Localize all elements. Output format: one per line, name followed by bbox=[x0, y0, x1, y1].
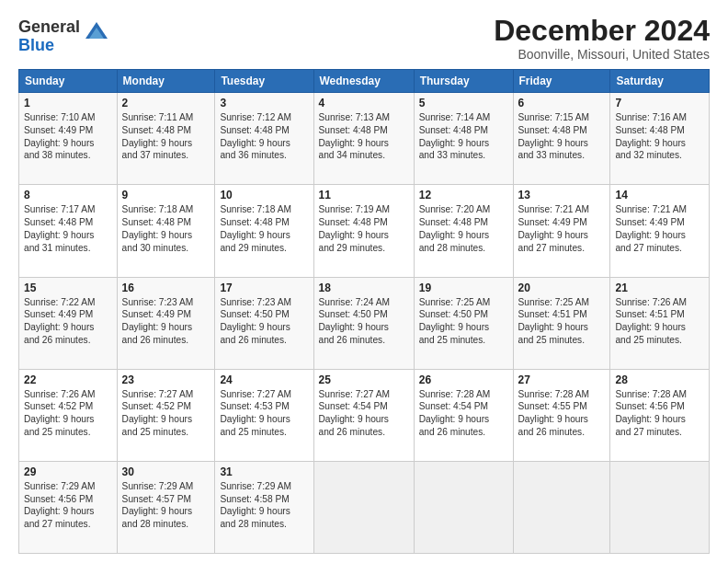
col-saturday: Saturday bbox=[610, 70, 710, 93]
day-number: 28 bbox=[615, 373, 704, 386]
day-number: 9 bbox=[122, 189, 210, 201]
col-thursday: Thursday bbox=[414, 70, 513, 93]
day-info: Sunrise: 7:26 AMSunset: 4:52 PMDaylight:… bbox=[24, 388, 112, 439]
table-row: 3Sunrise: 7:12 AMSunset: 4:48 PMDaylight… bbox=[215, 93, 313, 185]
day-number: 8 bbox=[24, 189, 112, 201]
day-info: Sunrise: 7:12 AMSunset: 4:48 PMDaylight:… bbox=[220, 111, 308, 162]
day-info: Sunrise: 7:10 AMSunset: 4:49 PMDaylight:… bbox=[24, 111, 112, 162]
table-row: 11Sunrise: 7:19 AMSunset: 4:48 PMDayligh… bbox=[313, 185, 414, 277]
calendar-week-3: 15Sunrise: 7:22 AMSunset: 4:49 PMDayligh… bbox=[19, 277, 710, 369]
table-row: 15Sunrise: 7:22 AMSunset: 4:49 PMDayligh… bbox=[19, 277, 118, 369]
day-info: Sunrise: 7:25 AMSunset: 4:50 PMDaylight:… bbox=[419, 296, 508, 347]
day-info: Sunrise: 7:19 AMSunset: 4:48 PMDaylight:… bbox=[319, 203, 409, 254]
day-number: 26 bbox=[419, 373, 508, 386]
logo-general: General bbox=[18, 18, 80, 37]
day-number: 14 bbox=[615, 189, 704, 201]
logo: General Blue bbox=[18, 18, 109, 55]
day-info: Sunrise: 7:29 AMSunset: 4:58 PMDaylight:… bbox=[220, 480, 308, 531]
table-row: 20Sunrise: 7:25 AMSunset: 4:51 PMDayligh… bbox=[513, 277, 610, 369]
day-info: Sunrise: 7:14 AMSunset: 4:48 PMDaylight:… bbox=[419, 111, 508, 162]
day-info: Sunrise: 7:24 AMSunset: 4:50 PMDaylight:… bbox=[319, 296, 409, 347]
logo-blue: Blue bbox=[18, 37, 80, 55]
day-number: 6 bbox=[518, 97, 606, 109]
table-row: 1Sunrise: 7:10 AMSunset: 4:49 PMDaylight… bbox=[19, 93, 118, 185]
table-row: 23Sunrise: 7:27 AMSunset: 4:52 PMDayligh… bbox=[117, 369, 215, 461]
col-friday: Friday bbox=[513, 70, 610, 93]
day-info: Sunrise: 7:21 AMSunset: 4:49 PMDaylight:… bbox=[615, 203, 704, 254]
day-number: 22 bbox=[24, 373, 112, 386]
day-number: 31 bbox=[220, 465, 308, 478]
day-info: Sunrise: 7:28 AMSunset: 4:54 PMDaylight:… bbox=[419, 388, 508, 439]
table-row bbox=[513, 461, 610, 553]
day-number: 21 bbox=[615, 282, 704, 294]
day-info: Sunrise: 7:29 AMSunset: 4:57 PMDaylight:… bbox=[122, 480, 210, 531]
table-row bbox=[313, 461, 414, 553]
calendar-table: Sunday Monday Tuesday Wednesday Thursday… bbox=[18, 69, 710, 554]
table-row: 4Sunrise: 7:13 AMSunset: 4:48 PMDaylight… bbox=[313, 93, 414, 185]
day-info: Sunrise: 7:13 AMSunset: 4:48 PMDaylight:… bbox=[319, 111, 409, 162]
day-number: 30 bbox=[122, 465, 210, 478]
col-monday: Monday bbox=[117, 70, 215, 93]
table-row: 7Sunrise: 7:16 AMSunset: 4:48 PMDaylight… bbox=[610, 93, 710, 185]
table-row: 31Sunrise: 7:29 AMSunset: 4:58 PMDayligh… bbox=[215, 461, 313, 553]
calendar-week-5: 29Sunrise: 7:29 AMSunset: 4:56 PMDayligh… bbox=[19, 461, 710, 553]
table-row: 13Sunrise: 7:21 AMSunset: 4:49 PMDayligh… bbox=[513, 185, 610, 277]
day-number: 23 bbox=[122, 373, 210, 386]
table-row: 22Sunrise: 7:26 AMSunset: 4:52 PMDayligh… bbox=[19, 369, 118, 461]
table-row: 26Sunrise: 7:28 AMSunset: 4:54 PMDayligh… bbox=[414, 369, 513, 461]
day-number: 3 bbox=[220, 97, 308, 109]
table-row: 14Sunrise: 7:21 AMSunset: 4:49 PMDayligh… bbox=[610, 185, 710, 277]
col-wednesday: Wednesday bbox=[313, 70, 414, 93]
day-number: 17 bbox=[220, 282, 308, 294]
calendar-week-1: 1Sunrise: 7:10 AMSunset: 4:49 PMDaylight… bbox=[19, 93, 710, 185]
table-row: 19Sunrise: 7:25 AMSunset: 4:50 PMDayligh… bbox=[414, 277, 513, 369]
table-row: 16Sunrise: 7:23 AMSunset: 4:49 PMDayligh… bbox=[117, 277, 215, 369]
day-number: 13 bbox=[518, 189, 606, 201]
table-row: 10Sunrise: 7:18 AMSunset: 4:48 PMDayligh… bbox=[215, 185, 313, 277]
title-block: December 2024 Boonville, Missouri, Unite… bbox=[494, 15, 710, 62]
table-row: 12Sunrise: 7:20 AMSunset: 4:48 PMDayligh… bbox=[414, 185, 513, 277]
day-number: 20 bbox=[518, 282, 606, 294]
day-info: Sunrise: 7:18 AMSunset: 4:48 PMDaylight:… bbox=[220, 203, 308, 254]
main-title: December 2024 bbox=[494, 15, 710, 47]
table-row: 27Sunrise: 7:28 AMSunset: 4:55 PMDayligh… bbox=[513, 369, 610, 461]
header: General Blue December 2024 Boonville, Mi… bbox=[18, 15, 710, 62]
day-number: 25 bbox=[319, 373, 409, 386]
logo-text: General Blue bbox=[18, 18, 80, 55]
day-info: Sunrise: 7:26 AMSunset: 4:51 PMDaylight:… bbox=[615, 296, 704, 347]
day-info: Sunrise: 7:22 AMSunset: 4:49 PMDaylight:… bbox=[24, 296, 112, 347]
day-info: Sunrise: 7:17 AMSunset: 4:48 PMDaylight:… bbox=[24, 203, 112, 254]
calendar-week-4: 22Sunrise: 7:26 AMSunset: 4:52 PMDayligh… bbox=[19, 369, 710, 461]
table-row: 28Sunrise: 7:28 AMSunset: 4:56 PMDayligh… bbox=[610, 369, 710, 461]
day-number: 19 bbox=[419, 282, 508, 294]
table-row: 24Sunrise: 7:27 AMSunset: 4:53 PMDayligh… bbox=[215, 369, 313, 461]
day-number: 15 bbox=[24, 282, 112, 294]
logo-icon bbox=[84, 20, 109, 46]
day-number: 7 bbox=[615, 97, 704, 109]
day-info: Sunrise: 7:28 AMSunset: 4:55 PMDaylight:… bbox=[518, 388, 606, 439]
day-info: Sunrise: 7:18 AMSunset: 4:48 PMDaylight:… bbox=[122, 203, 210, 254]
day-info: Sunrise: 7:15 AMSunset: 4:48 PMDaylight:… bbox=[518, 111, 606, 162]
day-number: 27 bbox=[518, 373, 606, 386]
table-row bbox=[414, 461, 513, 553]
day-info: Sunrise: 7:21 AMSunset: 4:49 PMDaylight:… bbox=[518, 203, 606, 254]
table-row: 30Sunrise: 7:29 AMSunset: 4:57 PMDayligh… bbox=[117, 461, 215, 553]
day-number: 12 bbox=[419, 189, 508, 201]
day-info: Sunrise: 7:20 AMSunset: 4:48 PMDaylight:… bbox=[419, 203, 508, 254]
subtitle: Boonville, Missouri, United States bbox=[494, 47, 710, 62]
day-info: Sunrise: 7:27 AMSunset: 4:54 PMDaylight:… bbox=[319, 388, 409, 439]
table-row: 8Sunrise: 7:17 AMSunset: 4:48 PMDaylight… bbox=[19, 185, 118, 277]
day-number: 2 bbox=[122, 97, 210, 109]
table-row: 5Sunrise: 7:14 AMSunset: 4:48 PMDaylight… bbox=[414, 93, 513, 185]
table-row: 25Sunrise: 7:27 AMSunset: 4:54 PMDayligh… bbox=[313, 369, 414, 461]
day-info: Sunrise: 7:27 AMSunset: 4:53 PMDaylight:… bbox=[220, 388, 308, 439]
col-sunday: Sunday bbox=[19, 70, 118, 93]
day-number: 4 bbox=[319, 97, 409, 109]
day-info: Sunrise: 7:16 AMSunset: 4:48 PMDaylight:… bbox=[615, 111, 704, 162]
table-row: 17Sunrise: 7:23 AMSunset: 4:50 PMDayligh… bbox=[215, 277, 313, 369]
page: General Blue December 2024 Boonville, Mi… bbox=[0, 0, 728, 563]
calendar-header-row: Sunday Monday Tuesday Wednesday Thursday… bbox=[19, 70, 710, 93]
table-row: 21Sunrise: 7:26 AMSunset: 4:51 PMDayligh… bbox=[610, 277, 710, 369]
day-number: 18 bbox=[319, 282, 409, 294]
table-row: 6Sunrise: 7:15 AMSunset: 4:48 PMDaylight… bbox=[513, 93, 610, 185]
